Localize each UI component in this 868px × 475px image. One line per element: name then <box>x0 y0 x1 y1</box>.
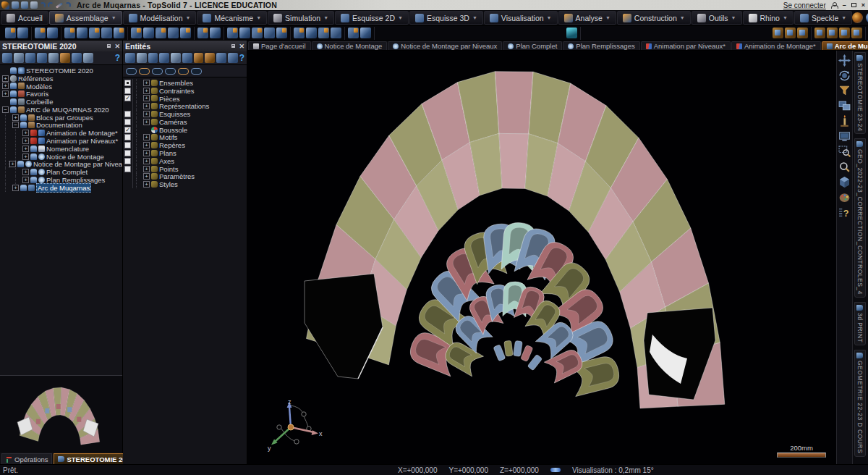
sketch-angle-icon[interactable] <box>143 28 154 38</box>
pen-icon[interactable] <box>56 2 63 8</box>
side-tab[interactable]: 3d PRINT <box>854 302 866 345</box>
tree-item[interactable]: +Animation par Niveaux* <box>0 137 122 145</box>
show-wire-icon[interactable] <box>165 68 176 75</box>
arch-segment[interactable] <box>499 133 529 188</box>
assembly-plane-icon[interactable] <box>101 28 112 38</box>
entity-item[interactable]: +Représentations <box>123 102 247 110</box>
expander-icon[interactable]: + <box>143 88 150 94</box>
views-icon[interactable] <box>838 100 851 112</box>
document-tab[interactable]: Page d'accueil <box>248 41 311 50</box>
expander-icon[interactable]: + <box>143 103 150 109</box>
sketch-plane-icon[interactable] <box>168 28 179 38</box>
assembly-constraint-icon[interactable] <box>77 28 88 38</box>
help-icon[interactable]: ? <box>115 53 120 63</box>
surface-thicken-icon[interactable] <box>331 28 341 38</box>
new-template-icon[interactable] <box>17 28 28 38</box>
expander-icon[interactable]: + <box>9 161 16 167</box>
tree-item[interactable]: +Nomenclature <box>0 145 122 153</box>
expander-icon[interactable]: + <box>143 181 150 188</box>
expander-icon[interactable]: + <box>143 158 150 164</box>
document-tab[interactable]: Notice de Montage par Niveaux <box>388 41 502 50</box>
save-icon[interactable] <box>12 1 19 9</box>
redo-icon[interactable] <box>48 2 54 8</box>
open-document-icon[interactable] <box>35 28 46 38</box>
surface-join-icon[interactable] <box>318 28 329 38</box>
entity-item[interactable]: +Esquisses <box>123 110 247 118</box>
pan-icon[interactable] <box>838 54 851 67</box>
part-sweep-icon[interactable] <box>252 28 263 38</box>
bin-icon[interactable] <box>851 28 862 38</box>
elbow-icon[interactable] <box>839 28 850 38</box>
sketch-profile-icon[interactable] <box>180 28 191 38</box>
import-icon[interactable] <box>205 53 215 63</box>
tree-item[interactable]: +STEREOTOMIE 2020 <box>0 67 122 75</box>
pin-icon[interactable] <box>107 44 111 48</box>
lightning-icon[interactable] <box>814 28 825 38</box>
new-document-icon[interactable] <box>5 28 16 38</box>
muqarnas-pendant[interactable] <box>527 354 542 371</box>
chevron-down-icon[interactable]: ▼ <box>323 15 328 20</box>
ribbon-tab-esquisse-2d[interactable]: Esquisse 2D▼ <box>335 11 409 25</box>
minimize-button[interactable]: – <box>843 2 846 9</box>
ribbon-tab-mécanisme[interactable]: Mécanisme▼ <box>197 11 267 25</box>
section-icon[interactable] <box>360 28 371 38</box>
side-tab[interactable]: GEOMETRIE 22-23 D COURS <box>854 350 866 456</box>
help-icon[interactable]: ? <box>239 53 244 63</box>
isometric-icon[interactable] <box>838 176 851 188</box>
chevron-down-icon[interactable]: ▼ <box>547 15 552 20</box>
entity-item[interactable]: +Plans <box>123 149 247 157</box>
document-tab[interactable]: Notice de Montage <box>312 41 388 50</box>
tree-item[interactable]: +Notice de Montage <box>0 153 122 161</box>
expander-icon[interactable]: + <box>22 177 29 183</box>
nodes-icon[interactable] <box>182 53 192 63</box>
expander-icon[interactable]: + <box>2 91 9 97</box>
part-revolve-icon[interactable] <box>239 28 250 38</box>
expander-icon[interactable]: − <box>12 122 19 128</box>
export-icon[interactable] <box>194 53 204 63</box>
sync-icon[interactable] <box>65 2 71 8</box>
expander-icon[interactable]: + <box>12 114 19 121</box>
appearance-icon[interactable] <box>139 68 150 75</box>
screen-icon[interactable] <box>838 130 851 143</box>
zoom-window-icon[interactable] <box>838 146 851 158</box>
license-icon[interactable] <box>852 12 863 23</box>
tree-item[interactable]: +Animation de Montage* <box>0 129 122 137</box>
muqarnas-pendant[interactable] <box>504 340 513 356</box>
chevron-down-icon[interactable]: ▼ <box>111 15 116 20</box>
show-all-icon[interactable] <box>126 68 137 75</box>
curve-u-icon[interactable] <box>197 28 208 38</box>
tree-item[interactable]: +Corbeille <box>0 98 122 106</box>
expander-icon[interactable]: + <box>22 154 29 160</box>
surface-offset-icon[interactable] <box>294 28 305 38</box>
fit-window-icon[interactable] <box>125 53 135 63</box>
materials-flag-icon[interactable] <box>60 53 70 63</box>
show-solid-icon[interactable] <box>152 68 163 75</box>
tree-item[interactable]: +Favoris <box>0 90 122 98</box>
filter-off-icon[interactable] <box>25 53 35 63</box>
chevron-down-icon[interactable]: ▼ <box>605 15 610 20</box>
visibility-checkbox[interactable] <box>124 134 131 140</box>
document-tab[interactable]: Arc de Muqarnas <box>822 41 868 50</box>
close-button[interactable]: × <box>861 2 865 9</box>
process-icon[interactable] <box>797 28 808 38</box>
visibility-checkbox[interactable] <box>124 119 131 125</box>
entity-item[interactable]: ✓+Pièces <box>123 95 247 103</box>
sketch-arc-icon[interactable] <box>156 28 166 38</box>
axis-triad[interactable]: z x y <box>263 398 324 452</box>
chevron-down-icon[interactable]: ▼ <box>841 15 846 20</box>
arch-segment[interactable] <box>495 72 533 134</box>
fit-window-icon[interactable] <box>2 53 12 63</box>
expander-icon[interactable]: + <box>143 111 150 117</box>
piping-icon[interactable] <box>827 28 838 38</box>
ribbon-tab-modélisation[interactable]: Modélisation▼ <box>123 11 197 25</box>
close-panel-icon[interactable]: ✕ <box>239 43 244 50</box>
expander-icon[interactable]: + <box>22 146 29 152</box>
assembly-pattern-icon[interactable] <box>114 28 124 38</box>
layers-icon[interactable] <box>48 53 59 63</box>
muqarnas-arch-model[interactable] <box>247 51 836 463</box>
tree-view-icon[interactable] <box>14 53 24 63</box>
muqarnas-pendant[interactable] <box>493 345 506 361</box>
curve-v-icon[interactable] <box>210 28 221 38</box>
ribbon-tab-assemblage[interactable]: Assemblage▼ <box>49 11 122 25</box>
expander-icon[interactable]: + <box>2 75 9 82</box>
